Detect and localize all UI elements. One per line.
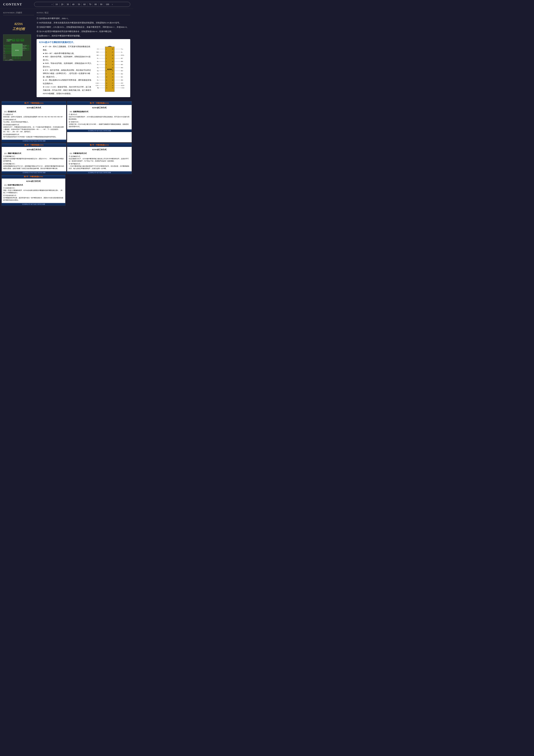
note-4: ④ 当CPU处理完中断服务程序后发中断结束命令，控制逻辑使ISRi=0，结束中断… bbox=[37, 30, 130, 33]
svg-text:INTA: INTA bbox=[121, 54, 124, 56]
chip-diagram: 8259A CS 1 WR bbox=[94, 45, 128, 95]
svg-text:数据总线: 数据总线 bbox=[23, 48, 27, 49]
slide-2-header: 第2节：中断控制器8259A bbox=[67, 101, 132, 105]
nav-item-90[interactable]: 90 bbox=[98, 3, 104, 6]
svg-text:INT: INT bbox=[121, 82, 123, 84]
slide-3-p1: ① 普通屏蔽方式：设置8259A的屏蔽中断屏蔽寄存器IMR的相应位为1（通过OC… bbox=[3, 155, 65, 162]
slide-4-h1: （3）中断请求信号方式 bbox=[69, 152, 130, 155]
svg-text:5: 5 bbox=[106, 61, 107, 62]
svg-text:WR: WR bbox=[96, 51, 99, 53]
svg-text:27: 27 bbox=[112, 51, 113, 53]
slide-1-p1: ① 全嵌套方式按优先级—这种方式是缺省，从高到低优先级顺序: IR0>IR1>I… bbox=[3, 113, 65, 118]
svg-text:CS: CS bbox=[97, 48, 99, 50]
slide-4-body: 8259A的工作方式 （3）中断请求信号方式 ① 边沿触发方式：在边沿触发方式下… bbox=[67, 147, 132, 171]
slide-5-title: 8259A的工作方式 bbox=[3, 180, 64, 183]
nav-item-50[interactable]: 50 bbox=[76, 3, 82, 6]
svg-text:CAS2: CAS2 bbox=[121, 87, 124, 89]
chip-title: 8259A是28个引脚的双列直插式芯片。 bbox=[39, 41, 128, 44]
svg-text:12: 12 bbox=[106, 83, 107, 84]
svg-text:IR3: IR3 bbox=[121, 70, 123, 71]
svg-text:11: 11 bbox=[106, 79, 107, 81]
svg-text:8259A: 8259A bbox=[15, 49, 19, 51]
slides-container: 第2节：中断控制器8259A 8259A的工作方式 （1）优先级方式 ① 全嵌套… bbox=[0, 101, 133, 205]
svg-text:SP/EN: SP/EN bbox=[121, 85, 124, 86]
sidebar: KEYWORDS | 关键词 8259A工作过程 8259A bbox=[3, 11, 34, 99]
chip-section: 8259A是28个引脚的双列直插式芯片。 D7～D0：双向三态数据线，它可直接与… bbox=[37, 39, 130, 97]
svg-text:INTA: INTA bbox=[21, 40, 23, 41]
slide-1-body: 8259A的工作方式 （1）优先级方式 ① 全嵌套方式按优先级—这种方式是缺省，… bbox=[2, 105, 66, 140]
svg-text:8: 8 bbox=[106, 70, 107, 71]
svg-text:6: 6 bbox=[106, 64, 107, 65]
notes-area: NOTES | 笔记 ① 当外部IRi有中断申请时，IRRi=1。 ② PR判别… bbox=[37, 11, 130, 99]
slide-3-header: 第2节：中断控制器8259A bbox=[2, 143, 66, 147]
slide-4-p2: ② 电平触发方式：一旦在中断请求输入端出现的高电平于方作为中断请求信号。但注意的… bbox=[69, 163, 130, 170]
slide-panel-5: 第2节：中断控制器8259A 8259A的工作方式 （1）结束中断处理的方式 ①… bbox=[2, 175, 65, 206]
svg-text:INT: INT bbox=[17, 40, 19, 41]
nav-item-40[interactable]: 40 bbox=[70, 3, 76, 6]
svg-text:8259A: 8259A bbox=[107, 68, 113, 70]
svg-text:18: 18 bbox=[112, 79, 113, 81]
nav-item-80[interactable]: 80 bbox=[93, 3, 98, 6]
page-title: CONTENT bbox=[3, 2, 34, 6]
slide-1-p3: ③ 优先级自动循环方式在轮转方式下，中断源的优先级发生变化，当一个设备完成中断服… bbox=[3, 123, 65, 133]
svg-text:20: 20 bbox=[112, 73, 113, 75]
svg-text:D₁: D₁ bbox=[97, 76, 99, 78]
svg-text:1: 1 bbox=[106, 48, 107, 50]
svg-text:从程序/左侧部分缓冲: 从程序/左侧部分缓冲 bbox=[5, 60, 13, 61]
nav-left-arrow[interactable]: ‹ bbox=[50, 3, 54, 6]
slide-2-footer: 北京邮电大学 电子信息工程学院 谢娜 bbox=[67, 129, 132, 132]
slide-5-body: 8259A的工作方式 （1）结束中断处理的方式 ① 自动结束方式：系统一旦进入中… bbox=[2, 178, 65, 203]
svg-text:A₀: A₀ bbox=[4, 46, 5, 47]
chip-svg: 8259A CS 1 WR bbox=[94, 45, 125, 93]
nav-item-60[interactable]: 60 bbox=[82, 3, 87, 6]
slide-3-h1: （2）屏蔽中断源的方式 bbox=[3, 152, 65, 155]
slide-panel-3: 第2节：中断控制器8259A 8259A的工作方式 （2）屏蔽中断源的方式 ① … bbox=[2, 143, 66, 174]
svg-text:17: 17 bbox=[112, 83, 113, 84]
svg-text:IR7: IR7 bbox=[121, 58, 123, 59]
note-3: ③ 当响应中断时，CPU发/INTA，控制逻辑收到响应后，准备中断类型号，同时使… bbox=[37, 25, 130, 29]
slide-3-body: 8259A的工作方式 （2）屏蔽中断源的方式 ① 普通屏蔽方式：设置8259A的… bbox=[2, 147, 66, 171]
svg-text:15: 15 bbox=[112, 87, 113, 89]
svg-text:IR4: IR4 bbox=[121, 67, 123, 68]
nav-item-100[interactable]: 100 bbox=[104, 3, 111, 6]
svg-text:D₀: D₀ bbox=[97, 79, 99, 81]
svg-text:23: 23 bbox=[112, 64, 113, 65]
slide-panel-1: 第2节：中断控制器8259A 8259A的工作方式 （1）优先级方式 ① 全嵌套… bbox=[2, 101, 66, 143]
svg-text:D₅: D₅ bbox=[97, 64, 99, 65]
pin-desc-1: IR0～IR7：8条外界中断请求输入线。 bbox=[41, 52, 92, 55]
pin-row-header: 8259A CS 1 WR bbox=[94, 45, 128, 94]
chip-pins-list: D7～D0：双向三态数据线，它可直接与系统的数据总线相连。 IR0～IR7：8条… bbox=[39, 45, 92, 95]
nav-item-30[interactable]: 30 bbox=[65, 3, 70, 6]
svg-text:D₄: D₄ bbox=[97, 67, 99, 68]
nav-right-arrow[interactable]: › bbox=[111, 3, 114, 6]
pin-desc-3: #WR：写命令信号线，当其有效时，控制信息由CPU写入至8259A。 bbox=[41, 62, 92, 68]
svg-text:EOR: EOR bbox=[8, 40, 10, 41]
nav-item-20[interactable]: 20 bbox=[59, 3, 65, 6]
slide-4-header: 第2节：中断控制器8259A bbox=[67, 143, 132, 147]
nav-bar[interactable]: ‹ 10 20 30 40 50 60 70 80 90 100 › bbox=[34, 2, 130, 7]
circuit-diagram: 8259A CS bbox=[3, 35, 31, 61]
svg-text:7: 7 bbox=[106, 67, 107, 68]
svg-text:IR0: IR0 bbox=[121, 79, 123, 81]
svg-text:CAS1: CAS1 bbox=[95, 85, 99, 86]
slide-1-h1: （1）优先级方式 bbox=[3, 110, 65, 113]
main-content: KEYWORDS | 关键词 8259A工作过程 8259A bbox=[0, 9, 133, 101]
svg-text:9: 9 bbox=[106, 73, 107, 75]
svg-text:D₆: D₆ bbox=[97, 61, 99, 62]
svg-text:19: 19 bbox=[112, 76, 113, 78]
slide-3-title: 8259A的工作方式 bbox=[3, 148, 65, 151]
svg-text:CAS1: CAS1 bbox=[4, 56, 6, 57]
nav-item-10[interactable]: 10 bbox=[54, 3, 59, 6]
slide-1-header: 第2节：中断控制器8259A bbox=[2, 101, 66, 105]
note-5: ⑤ 如果IMRi=1，则对应中断源的中断请求被屏蔽。 bbox=[37, 34, 130, 38]
chip-pin-table: 8259A CS 1 WR bbox=[94, 45, 128, 94]
slide-2-title: 8259A的工作方式 bbox=[69, 106, 130, 109]
svg-text:14: 14 bbox=[106, 87, 107, 89]
slide-4-title: 8259A的工作方式 bbox=[69, 148, 130, 151]
nav-item-70[interactable]: 70 bbox=[87, 3, 93, 6]
pin-desc-4: #CS：选片信号线，由地址高位控制，高位地址可以经过译码与CS相连（全译码方式）… bbox=[41, 68, 92, 79]
svg-text:16: 16 bbox=[112, 85, 113, 86]
slide-1-p4: ④ 优先级特殊循环方式用户在初始化时由OCW2中的某一位指定某个中断源具最低优先… bbox=[3, 133, 65, 138]
svg-text:2: 2 bbox=[106, 51, 107, 53]
svg-text:13: 13 bbox=[106, 85, 107, 86]
